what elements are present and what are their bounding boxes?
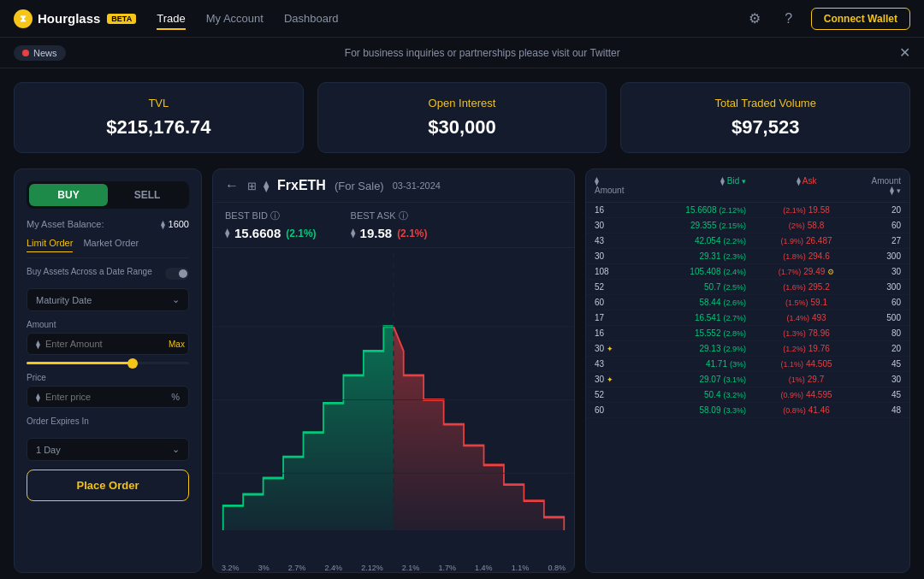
place-order-button[interactable]: Place Order: [27, 470, 189, 501]
ob-bid-group: 15.6608 (2.12%): [632, 205, 746, 215]
table-row[interactable]: 16 15.552 (2.8%) (1.3%) 78.96 80: [586, 326, 909, 341]
ob-ask-group: (2.1%) 19.58: [749, 205, 863, 215]
date-range-label: Buy Assets Across a Date Range: [27, 267, 152, 276]
x-label-5: 2.1%: [402, 564, 420, 572]
market-order-tab[interactable]: Market Order: [83, 238, 139, 252]
eth-icon-small: ⧫: [161, 220, 165, 229]
percent-icon[interactable]: %: [171, 392, 180, 402]
ob-amount-left: 30 ✦: [595, 375, 629, 384]
bid-number: 41.71: [706, 359, 727, 369]
settings-icon[interactable]: ⚙: [743, 7, 767, 31]
table-row[interactable]: 30 ✦ 29.13 (2.9%) (1.2%) 19.76 20: [586, 341, 909, 357]
ob-bid-group: 50.4 (3.2%): [632, 390, 746, 399]
amount-field[interactable]: ⧫ Max: [27, 333, 189, 355]
maturity-date-label: Maturity Date: [36, 295, 92, 305]
news-close-icon[interactable]: ✕: [899, 44, 910, 61]
depth-chart: [213, 248, 574, 564]
bid-pct: (3.3%): [723, 406, 746, 415]
nav-my-account[interactable]: My Account: [206, 9, 264, 28]
x-label-4: 2.12%: [361, 564, 383, 572]
ob-ask-group: (2%) 58.8: [749, 221, 863, 230]
table-row[interactable]: 60 58.44 (2.6%) (1.5%) 59.1 60: [586, 295, 909, 310]
ask-number: 58.8: [808, 221, 824, 230]
news-text: For business inquiries or partnerships p…: [80, 47, 886, 59]
bid-pct: (2.12%): [719, 206, 746, 215]
ob-bid-group: 58.09 (3.3%): [632, 405, 746, 415]
table-row[interactable]: 30 29.31 (2.3%) (1.8%) 294.6 300: [586, 249, 909, 264]
bid-pct: (2.3%): [723, 252, 746, 261]
ask-pct: (1.9%): [780, 237, 803, 245]
maturity-date-select[interactable]: Maturity Date ⌄: [27, 288, 189, 311]
table-row[interactable]: 17 16.541 (2.7%) (1.4%) 493 500: [586, 310, 909, 326]
ob-bid-group: 41.71 (3%): [632, 359, 746, 369]
x-label-2: 2.7%: [288, 564, 306, 572]
ask-percent: (2.1%): [397, 227, 427, 239]
sell-tab[interactable]: SELL: [108, 184, 187, 206]
app-name: Hourglass: [38, 11, 100, 26]
table-row[interactable]: 43 41.71 (3%) (1.1%) 44.505 45: [586, 357, 909, 372]
total-volume-value: $97,523: [642, 116, 889, 139]
ask-number: 295.2: [808, 282, 830, 292]
table-row[interactable]: 30 ✦ 29.07 (3.1%) (1%) 29.7 30: [586, 372, 909, 387]
ob-amount-right: 20: [867, 344, 901, 353]
date-range-toggle[interactable]: [165, 268, 189, 280]
max-button[interactable]: Max: [169, 340, 185, 349]
table-row[interactable]: 60 58.09 (3.3%) (0.8%) 41.46 48: [586, 403, 909, 418]
ask-number: 78.96: [808, 328, 830, 338]
chart-icon-grid[interactable]: ⊞: [247, 180, 257, 192]
ask-number: 19.58: [808, 205, 830, 215]
bid-number: 58.44: [699, 298, 720, 307]
nav-dashboard[interactable]: Dashboard: [284, 9, 339, 28]
ask-pct: (1.8%): [783, 252, 806, 261]
x-label-9: 0.8%: [548, 564, 566, 572]
ob-amount-right: 20: [867, 205, 901, 215]
expires-select[interactable]: 1 Day ⌄: [27, 438, 189, 461]
ob-amount-left: 108: [595, 267, 629, 276]
ob-header-amount-left: ⧫ Amount: [595, 176, 629, 195]
slider-track: [27, 362, 189, 364]
asset-name: FrxETH: [277, 178, 326, 193]
bid-pct: (3%): [730, 360, 746, 369]
news-label: News: [33, 48, 57, 58]
table-row[interactable]: 108 105.408 (2.4%) (1.7%) 29.49 ⚙ 30: [586, 264, 909, 280]
stats-row: TVL $215,176.74 Open Interest $30,000 To…: [0, 68, 924, 160]
table-row[interactable]: 52 50.7 (2.5%) (1.6%) 295.2 300: [586, 280, 909, 295]
table-row[interactable]: 43 42.054 (2.2%) (1.9%) 26.487 27: [586, 233, 909, 249]
ob-amount-left: 43: [595, 236, 629, 245]
expires-row: Order Expires In: [27, 417, 189, 429]
help-icon[interactable]: ?: [777, 7, 801, 31]
price-field[interactable]: ⧫ %: [27, 386, 189, 408]
limit-order-tab[interactable]: Limit Order: [27, 238, 73, 252]
bid-pct: (2.8%): [723, 329, 746, 338]
news-badge[interactable]: News: [14, 45, 66, 61]
ask-pct: (2.1%): [783, 206, 806, 215]
table-row[interactable]: 52 50.4 (3.2%) (0.9%) 44.595 45: [586, 387, 909, 403]
logo-icon: ⧗: [14, 9, 33, 28]
svg-marker-0: [223, 327, 394, 530]
back-button[interactable]: ←: [225, 178, 239, 193]
connect-wallet-button[interactable]: Connect Wallet: [811, 8, 910, 30]
chart-icon-eth[interactable]: ⧫: [264, 180, 269, 192]
open-interest-label: Open Interest: [339, 97, 586, 109]
x-label-6: 1.7%: [438, 564, 456, 572]
ask-pct: (1.7%): [779, 268, 802, 276]
ask-number: 41.46: [808, 405, 830, 415]
ob-amount-left: 43: [595, 359, 629, 369]
best-ask-value: ⧫ 19.58 (2.1%): [351, 226, 428, 240]
slider-thumb[interactable]: [127, 358, 138, 369]
buy-tab[interactable]: BUY: [29, 184, 108, 206]
ask-number: 59.1: [811, 298, 827, 307]
tvl-label: TVL: [35, 97, 282, 109]
ask-pct: (1.4%): [786, 314, 809, 322]
ask-pct: (1.3%): [783, 329, 806, 338]
news-bar: News For business inquiries or partnersh…: [0, 38, 924, 68]
bid-number: 29.31: [699, 251, 720, 261]
ask-pct: (2%): [789, 222, 805, 230]
table-row[interactable]: 16 15.6608 (2.12%) (2.1%) 19.58 20: [586, 203, 909, 218]
nav-trade[interactable]: Trade: [157, 9, 185, 28]
x-label-0: 3.2%: [222, 564, 240, 572]
price-input[interactable]: [45, 392, 166, 402]
ob-amount-right: 30: [867, 267, 901, 276]
table-row[interactable]: 30 29.355 (2.15%) (2%) 58.8 60: [586, 218, 909, 233]
amount-input[interactable]: [45, 339, 163, 349]
